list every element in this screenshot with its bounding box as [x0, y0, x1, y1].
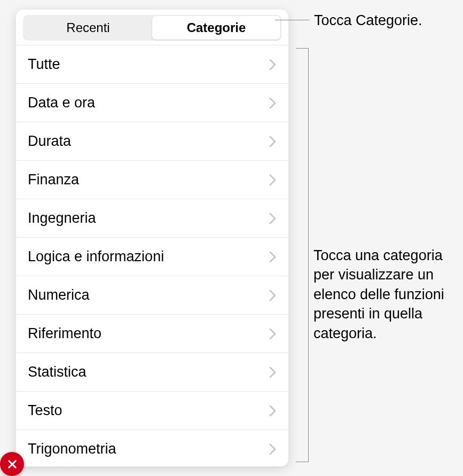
close-icon [6, 458, 18, 470]
callout-leader-line [275, 20, 310, 20]
tab-categories-label: Categorie [187, 20, 246, 35]
chevron-right-icon [269, 366, 277, 378]
category-label: Ingegneria [28, 210, 96, 227]
category-item-engineering[interactable]: Ingegneria [16, 199, 288, 238]
category-item-date[interactable]: Data e ora [16, 84, 288, 122]
category-label: Riferimento [28, 325, 101, 342]
category-label: Tutte [28, 56, 60, 73]
category-item-text[interactable]: Testo [16, 392, 288, 430]
functions-popover: Recenti Categorie Tutte Data e ora Durat… [16, 10, 288, 466]
category-label: Durata [28, 133, 71, 150]
popover-tail [61, 464, 76, 466]
category-item-finance[interactable]: Finanza [16, 161, 288, 199]
segmented-control: Recenti Categorie [23, 15, 281, 41]
tab-recent[interactable]: Recenti [24, 16, 152, 40]
category-item-logic[interactable]: Logica e informazioni [16, 238, 288, 276]
category-item-statistics[interactable]: Statistica [16, 353, 288, 392]
chevron-right-icon [269, 251, 277, 263]
tab-categories[interactable]: Categorie [152, 16, 280, 40]
category-item-numeric[interactable]: Numerica [16, 276, 288, 315]
chevron-right-icon [269, 290, 277, 301]
category-item-all[interactable]: Tutte [16, 45, 288, 84]
chevron-right-icon [269, 328, 277, 340]
category-label: Trigonometria [28, 441, 116, 457]
close-button[interactable] [0, 452, 24, 476]
callout-text-top: Tocca Categorie. [314, 11, 422, 30]
category-label: Testo [28, 402, 62, 419]
category-item-duration[interactable]: Durata [16, 122, 288, 161]
category-label: Data e ora [28, 95, 95, 111]
callout-text-mid: Tocca una categoria per visualizzare un … [313, 246, 460, 343]
category-item-trigonometry[interactable]: Trigonometria [16, 430, 288, 466]
category-label: Numerica [28, 287, 90, 303]
callout-bracket [296, 48, 309, 462]
chevron-right-icon [269, 59, 277, 71]
category-label: Statistica [28, 364, 87, 380]
chevron-right-icon [269, 97, 277, 109]
category-item-reference[interactable]: Riferimento [16, 315, 288, 353]
chevron-right-icon [269, 405, 277, 417]
chevron-right-icon [269, 136, 277, 147]
chevron-right-icon [269, 174, 277, 186]
category-list: Tutte Data e ora Durata Finanza Ingegner… [16, 45, 288, 466]
category-label: Finanza [28, 171, 79, 188]
chevron-right-icon [269, 213, 277, 224]
chevron-right-icon [269, 443, 277, 455]
tab-recent-label: Recenti [66, 20, 109, 35]
category-label: Logica e informazioni [28, 248, 164, 265]
